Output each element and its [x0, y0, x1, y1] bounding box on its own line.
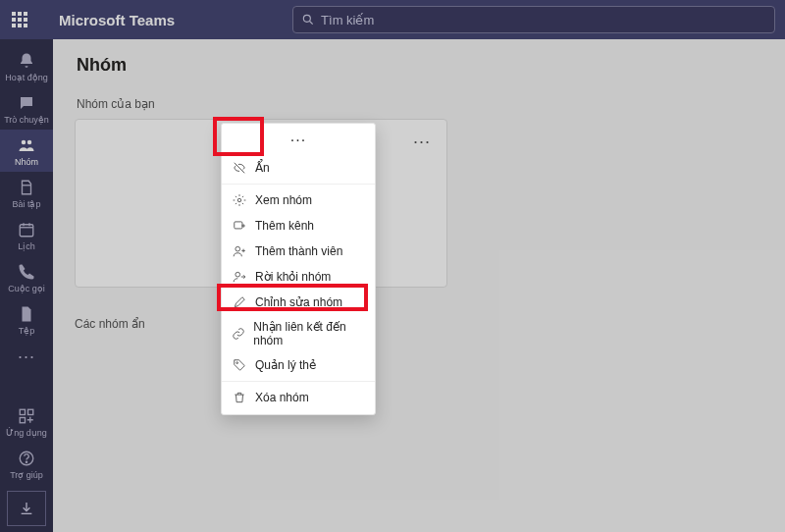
- menu-hide[interactable]: Ẩn: [222, 155, 375, 181]
- svg-rect-9: [28, 409, 33, 414]
- your-teams-label: Nhóm của bạn: [77, 97, 763, 111]
- svg-rect-10: [20, 418, 25, 423]
- svg-point-15: [236, 246, 240, 251]
- more-icon: ···: [17, 346, 36, 366]
- link-icon: [232, 326, 245, 342]
- menu-leave-team[interactable]: Rời khỏi nhóm: [222, 264, 375, 290]
- page-title: Nhóm: [77, 55, 763, 76]
- waffle-icon[interactable]: [10, 10, 29, 29]
- gear-icon: [232, 192, 247, 208]
- hidden-teams-label: Các nhóm ẩn: [75, 317, 763, 331]
- leave-icon: [232, 269, 247, 285]
- file-icon: [17, 304, 36, 324]
- calendar-icon: [17, 220, 36, 239]
- search-input[interactable]: Tìm kiếm: [292, 6, 775, 33]
- team-context-menu: ··· Ẩn Xem nhóm Thêm kênh Thêm thành viê…: [221, 123, 376, 415]
- rail-calls[interactable]: Cuộc gọi: [0, 256, 53, 298]
- help-icon: [17, 449, 36, 468]
- download-icon: [19, 501, 34, 516]
- trash-icon: [232, 390, 247, 405]
- rail-teams[interactable]: Nhóm: [0, 130, 53, 172]
- svg-line-1: [310, 22, 313, 25]
- svg-point-13: [237, 198, 241, 202]
- rail-calendar[interactable]: Lịch: [0, 214, 53, 256]
- svg-point-3: [27, 140, 32, 145]
- svg-point-0: [303, 15, 310, 22]
- menu-add-member[interactable]: Thêm thành viên: [222, 239, 375, 264]
- svg-rect-8: [20, 409, 25, 414]
- svg-rect-4: [20, 225, 33, 237]
- add-member-icon: [232, 243, 247, 259]
- menu-add-channel[interactable]: Thêm kênh: [222, 213, 375, 239]
- rail-help[interactable]: Trợ giúp: [0, 443, 53, 485]
- apps-icon: [17, 406, 36, 426]
- menu-delete-team[interactable]: Xóa nhóm: [222, 385, 375, 410]
- rail-activity[interactable]: Hoạt động: [0, 45, 53, 87]
- teams-icon: [17, 135, 36, 155]
- search-icon: [301, 13, 315, 27]
- rail-assignments[interactable]: Bài tập: [0, 172, 53, 214]
- hide-icon: [232, 160, 247, 176]
- assignments-icon: [17, 178, 36, 197]
- pencil-icon: [232, 294, 247, 310]
- app-title: Microsoft Teams: [59, 12, 175, 28]
- menu-manage-tags[interactable]: Quản lý thẻ: [222, 352, 375, 378]
- rail-apps[interactable]: Ứng dụng: [0, 400, 53, 443]
- main-content: Nhóm Nhóm của bạn ··· Các nhóm ẩn: [53, 39, 785, 532]
- svg-point-2: [22, 140, 26, 145]
- rail-more[interactable]: ···: [0, 341, 53, 373]
- titlebar: Microsoft Teams Tìm kiếm: [0, 0, 785, 39]
- team-card-more[interactable]: ···: [413, 132, 431, 152]
- menu-view-team[interactable]: Xem nhóm: [222, 187, 375, 213]
- svg-point-16: [236, 272, 240, 277]
- bell-icon: [17, 51, 36, 71]
- phone-icon: [17, 262, 36, 282]
- svg-point-12: [26, 461, 26, 462]
- chat-icon: [17, 93, 36, 113]
- svg-point-17: [236, 362, 238, 364]
- svg-rect-14: [235, 222, 242, 229]
- tag-icon: [232, 357, 247, 373]
- add-channel-icon: [232, 218, 247, 234]
- search-placeholder: Tìm kiếm: [321, 13, 374, 27]
- rail-files[interactable]: Tệp: [0, 298, 53, 341]
- rail-chat[interactable]: Trò chuyện: [0, 87, 53, 130]
- menu-edit-team[interactable]: Chỉnh sửa nhóm: [222, 290, 375, 315]
- rail-download[interactable]: [7, 491, 46, 526]
- menu-trigger-dots[interactable]: ···: [222, 128, 375, 155]
- left-rail: Hoạt động Trò chuyện Nhóm Bài tập Lịch C…: [0, 39, 53, 532]
- menu-get-link[interactable]: Nhận liên kết đến nhóm: [222, 315, 375, 352]
